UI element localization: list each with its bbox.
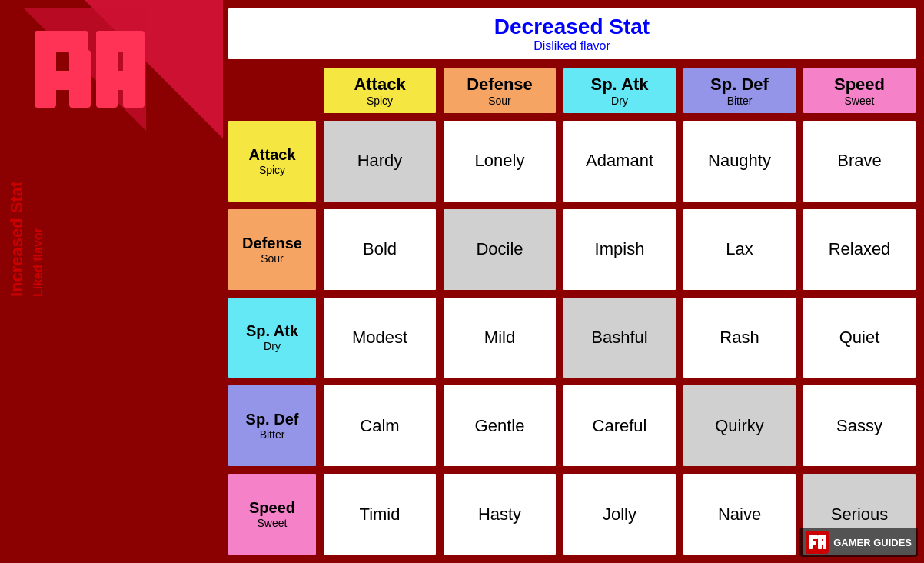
nature-cell: Bold [321,207,438,292]
nature-cell: Bashful [561,295,678,381]
nature-cell: Careful [561,383,678,468]
col-attack-flavor: Spicy [327,95,433,107]
nature-cell: Relaxed [801,207,918,292]
nature-cell: Naughty [681,118,798,204]
column-headers: Attack Spicy Defense Sour Sp. Atk Dry Sp… [226,66,918,115]
svg-rect-2 [35,31,88,52]
decreased-stat-title: Decreased Stat [231,15,912,39]
nature-cell: Lax [681,207,798,292]
row-header-defense: DefenseSour [226,207,318,292]
decreased-stat-header: Decreased Stat Disliked flavor [226,6,918,62]
col-speed-stat: Speed [806,75,912,95]
game-logo [23,8,146,131]
svg-rect-16 [823,535,826,549]
watermark: GAMER GUIDES [799,528,918,557]
col-spatk-stat: Sp. Atk [567,75,673,95]
svg-rect-3 [35,71,73,90]
nature-cell: Adamant [561,118,678,204]
nature-cell: Quirky [681,383,798,468]
nature-cell: Quiet [801,295,918,381]
col-defense-flavor: Sour [447,95,553,107]
nature-cell: Rash [681,295,798,381]
col-spdef-flavor: Bitter [686,95,793,107]
col-header-spatk: Sp. Atk Dry [561,66,678,115]
nature-cell: Impish [561,207,678,292]
nature-cell: Hasty [441,471,558,557]
row-header-attack: AttackSpicy [226,118,318,204]
nature-cell: Calm [321,383,438,468]
nature-cell: Modest [321,295,438,381]
table-row: AttackSpicyHardyLonelyAdamantNaughtyBrav… [226,118,918,204]
nature-cell: Hardy [321,118,438,204]
col-header-spdef: Sp. Def Bitter [681,66,798,115]
col-header-attack: Attack Spicy [321,66,438,115]
table-row: Sp. DefBitterCalmGentleCarefulQuirkySass… [226,383,918,468]
table-row: DefenseSourBoldDocileImpishLaxRelaxed [226,207,918,292]
nature-cell: Naive [681,471,798,557]
svg-rect-11 [809,535,818,539]
table-row: Sp. AtkDryModestMildBashfulRashQuiet [226,295,918,381]
increased-stat-label: Increased Stat Liked flavor [7,266,48,297]
col-header-defense: Defense Sour [441,66,558,115]
col-defense-stat: Defense [447,75,553,95]
nature-cell: Sassy [801,383,918,468]
col-spatk-flavor: Dry [567,95,673,107]
col-attack-stat: Attack [327,75,433,95]
nature-cell: Brave [801,118,918,204]
main-container: Increased Stat Liked flavor Decreased St… [0,0,924,563]
col-spacer [226,66,318,115]
table-area: Decreased Stat Disliked flavor Attack Sp… [223,0,924,563]
nature-cell: Jolly [561,471,678,557]
svg-rect-12 [809,541,816,545]
nature-cell: Docile [441,207,558,292]
row-header-sp.atk: Sp. AtkDry [226,295,318,381]
svg-rect-8 [123,31,145,108]
disliked-flavor-label: Disliked flavor [231,39,912,53]
col-spdef-stat: Sp. Def [686,75,793,95]
nature-cell: Mild [441,295,558,381]
svg-rect-4 [69,50,91,108]
gamer-guides-icon [806,531,829,554]
nature-cell: Timid [321,471,438,557]
table-body: AttackSpicyHardyLonelyAdamantNaughtyBrav… [226,118,918,557]
col-header-speed: Speed Sweet [801,66,918,115]
col-speed-flavor: Sweet [806,95,912,107]
nature-cell: Gentle [441,383,558,468]
row-header-speed: SpeedSweet [226,471,318,557]
row-header-sp.def: Sp. DefBitter [226,383,318,468]
logo-area: Increased Stat Liked flavor [0,0,223,563]
watermark-text: GAMER GUIDES [833,537,912,548]
nature-cell: Lonely [441,118,558,204]
